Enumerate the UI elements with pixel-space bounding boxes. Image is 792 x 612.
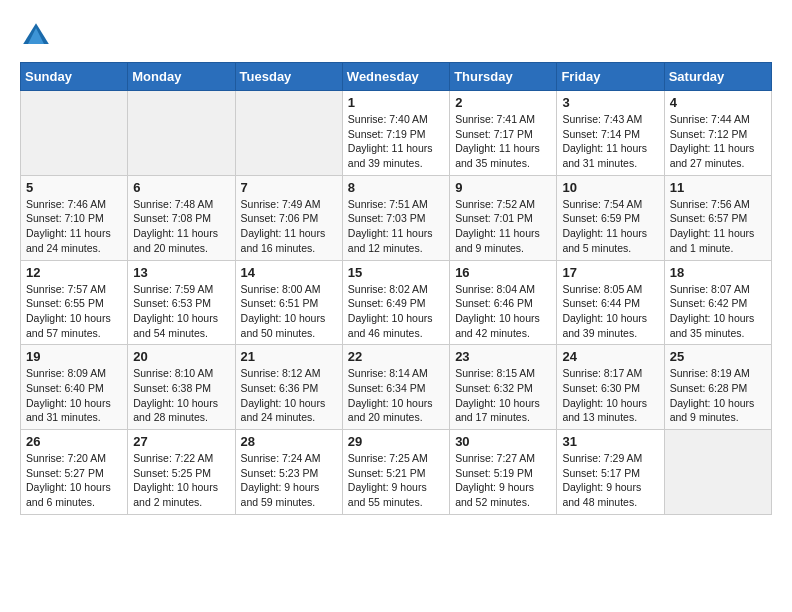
calendar-cell: 12Sunrise: 7:57 AMSunset: 6:55 PMDayligh… [21, 260, 128, 345]
calendar-cell: 28Sunrise: 7:24 AMSunset: 5:23 PMDayligh… [235, 430, 342, 515]
week-row-5: 26Sunrise: 7:20 AMSunset: 5:27 PMDayligh… [21, 430, 772, 515]
cell-content: Sunrise: 8:12 AMSunset: 6:36 PMDaylight:… [241, 366, 337, 425]
weekday-header-monday: Monday [128, 63, 235, 91]
calendar-cell: 10Sunrise: 7:54 AMSunset: 6:59 PMDayligh… [557, 175, 664, 260]
calendar-cell: 11Sunrise: 7:56 AMSunset: 6:57 PMDayligh… [664, 175, 771, 260]
calendar-cell: 18Sunrise: 8:07 AMSunset: 6:42 PMDayligh… [664, 260, 771, 345]
day-number: 26 [26, 434, 122, 449]
weekday-header-thursday: Thursday [450, 63, 557, 91]
calendar-cell: 23Sunrise: 8:15 AMSunset: 6:32 PMDayligh… [450, 345, 557, 430]
calendar-cell: 17Sunrise: 8:05 AMSunset: 6:44 PMDayligh… [557, 260, 664, 345]
calendar-cell [21, 91, 128, 176]
calendar-cell: 15Sunrise: 8:02 AMSunset: 6:49 PMDayligh… [342, 260, 449, 345]
calendar-cell: 1Sunrise: 7:40 AMSunset: 7:19 PMDaylight… [342, 91, 449, 176]
cell-content: Sunrise: 7:46 AMSunset: 7:10 PMDaylight:… [26, 197, 122, 256]
day-number: 1 [348, 95, 444, 110]
cell-content: Sunrise: 7:54 AMSunset: 6:59 PMDaylight:… [562, 197, 658, 256]
cell-content: Sunrise: 8:00 AMSunset: 6:51 PMDaylight:… [241, 282, 337, 341]
day-number: 2 [455, 95, 551, 110]
day-number: 27 [133, 434, 229, 449]
calendar-cell: 9Sunrise: 7:52 AMSunset: 7:01 PMDaylight… [450, 175, 557, 260]
day-number: 11 [670, 180, 766, 195]
day-number: 12 [26, 265, 122, 280]
cell-content: Sunrise: 7:27 AMSunset: 5:19 PMDaylight:… [455, 451, 551, 510]
weekday-header-row: SundayMondayTuesdayWednesdayThursdayFrid… [21, 63, 772, 91]
cell-content: Sunrise: 7:49 AMSunset: 7:06 PMDaylight:… [241, 197, 337, 256]
cell-content: Sunrise: 7:56 AMSunset: 6:57 PMDaylight:… [670, 197, 766, 256]
cell-content: Sunrise: 7:44 AMSunset: 7:12 PMDaylight:… [670, 112, 766, 171]
cell-content: Sunrise: 8:15 AMSunset: 6:32 PMDaylight:… [455, 366, 551, 425]
day-number: 30 [455, 434, 551, 449]
cell-content: Sunrise: 7:41 AMSunset: 7:17 PMDaylight:… [455, 112, 551, 171]
day-number: 23 [455, 349, 551, 364]
day-number: 15 [348, 265, 444, 280]
cell-content: Sunrise: 7:57 AMSunset: 6:55 PMDaylight:… [26, 282, 122, 341]
cell-content: Sunrise: 8:17 AMSunset: 6:30 PMDaylight:… [562, 366, 658, 425]
cell-content: Sunrise: 8:05 AMSunset: 6:44 PMDaylight:… [562, 282, 658, 341]
cell-content: Sunrise: 8:02 AMSunset: 6:49 PMDaylight:… [348, 282, 444, 341]
cell-content: Sunrise: 8:09 AMSunset: 6:40 PMDaylight:… [26, 366, 122, 425]
day-number: 21 [241, 349, 337, 364]
page-header [20, 20, 772, 52]
cell-content: Sunrise: 8:04 AMSunset: 6:46 PMDaylight:… [455, 282, 551, 341]
day-number: 25 [670, 349, 766, 364]
day-number: 31 [562, 434, 658, 449]
calendar-cell: 20Sunrise: 8:10 AMSunset: 6:38 PMDayligh… [128, 345, 235, 430]
calendar-cell: 24Sunrise: 8:17 AMSunset: 6:30 PMDayligh… [557, 345, 664, 430]
cell-content: Sunrise: 7:22 AMSunset: 5:25 PMDaylight:… [133, 451, 229, 510]
calendar-cell: 31Sunrise: 7:29 AMSunset: 5:17 PMDayligh… [557, 430, 664, 515]
calendar-cell: 2Sunrise: 7:41 AMSunset: 7:17 PMDaylight… [450, 91, 557, 176]
weekday-header-tuesday: Tuesday [235, 63, 342, 91]
day-number: 9 [455, 180, 551, 195]
day-number: 22 [348, 349, 444, 364]
day-number: 13 [133, 265, 229, 280]
week-row-2: 5Sunrise: 7:46 AMSunset: 7:10 PMDaylight… [21, 175, 772, 260]
day-number: 20 [133, 349, 229, 364]
week-row-4: 19Sunrise: 8:09 AMSunset: 6:40 PMDayligh… [21, 345, 772, 430]
calendar-cell: 21Sunrise: 8:12 AMSunset: 6:36 PMDayligh… [235, 345, 342, 430]
weekday-header-wednesday: Wednesday [342, 63, 449, 91]
cell-content: Sunrise: 7:20 AMSunset: 5:27 PMDaylight:… [26, 451, 122, 510]
calendar-cell: 26Sunrise: 7:20 AMSunset: 5:27 PMDayligh… [21, 430, 128, 515]
day-number: 8 [348, 180, 444, 195]
day-number: 4 [670, 95, 766, 110]
day-number: 19 [26, 349, 122, 364]
calendar-cell: 3Sunrise: 7:43 AMSunset: 7:14 PMDaylight… [557, 91, 664, 176]
day-number: 7 [241, 180, 337, 195]
weekday-header-friday: Friday [557, 63, 664, 91]
calendar-cell: 7Sunrise: 7:49 AMSunset: 7:06 PMDaylight… [235, 175, 342, 260]
calendar-cell: 29Sunrise: 7:25 AMSunset: 5:21 PMDayligh… [342, 430, 449, 515]
week-row-3: 12Sunrise: 7:57 AMSunset: 6:55 PMDayligh… [21, 260, 772, 345]
calendar-cell: 16Sunrise: 8:04 AMSunset: 6:46 PMDayligh… [450, 260, 557, 345]
cell-content: Sunrise: 7:48 AMSunset: 7:08 PMDaylight:… [133, 197, 229, 256]
cell-content: Sunrise: 8:07 AMSunset: 6:42 PMDaylight:… [670, 282, 766, 341]
calendar-cell: 30Sunrise: 7:27 AMSunset: 5:19 PMDayligh… [450, 430, 557, 515]
cell-content: Sunrise: 7:43 AMSunset: 7:14 PMDaylight:… [562, 112, 658, 171]
day-number: 24 [562, 349, 658, 364]
calendar-cell: 5Sunrise: 7:46 AMSunset: 7:10 PMDaylight… [21, 175, 128, 260]
calendar-cell: 4Sunrise: 7:44 AMSunset: 7:12 PMDaylight… [664, 91, 771, 176]
day-number: 29 [348, 434, 444, 449]
day-number: 16 [455, 265, 551, 280]
logo [20, 20, 58, 52]
calendar-cell [128, 91, 235, 176]
calendar-cell: 27Sunrise: 7:22 AMSunset: 5:25 PMDayligh… [128, 430, 235, 515]
day-number: 6 [133, 180, 229, 195]
calendar-cell: 14Sunrise: 8:00 AMSunset: 6:51 PMDayligh… [235, 260, 342, 345]
week-row-1: 1Sunrise: 7:40 AMSunset: 7:19 PMDaylight… [21, 91, 772, 176]
calendar-cell [664, 430, 771, 515]
calendar-cell: 25Sunrise: 8:19 AMSunset: 6:28 PMDayligh… [664, 345, 771, 430]
cell-content: Sunrise: 7:24 AMSunset: 5:23 PMDaylight:… [241, 451, 337, 510]
day-number: 18 [670, 265, 766, 280]
weekday-header-sunday: Sunday [21, 63, 128, 91]
calendar-table: SundayMondayTuesdayWednesdayThursdayFrid… [20, 62, 772, 515]
cell-content: Sunrise: 7:51 AMSunset: 7:03 PMDaylight:… [348, 197, 444, 256]
cell-content: Sunrise: 7:25 AMSunset: 5:21 PMDaylight:… [348, 451, 444, 510]
cell-content: Sunrise: 7:52 AMSunset: 7:01 PMDaylight:… [455, 197, 551, 256]
calendar-cell: 22Sunrise: 8:14 AMSunset: 6:34 PMDayligh… [342, 345, 449, 430]
cell-content: Sunrise: 8:19 AMSunset: 6:28 PMDaylight:… [670, 366, 766, 425]
cell-content: Sunrise: 7:29 AMSunset: 5:17 PMDaylight:… [562, 451, 658, 510]
weekday-header-saturday: Saturday [664, 63, 771, 91]
day-number: 17 [562, 265, 658, 280]
day-number: 10 [562, 180, 658, 195]
